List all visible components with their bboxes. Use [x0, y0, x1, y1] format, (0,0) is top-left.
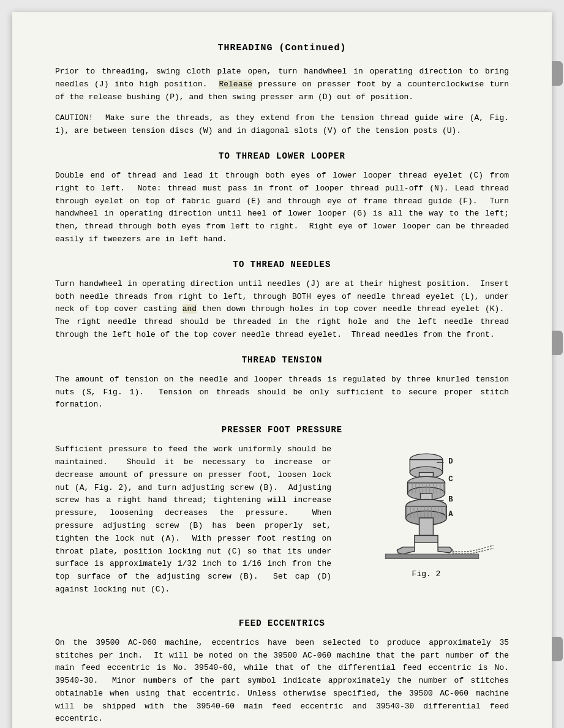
intro-paragraph: Prior to threading, swing cloth plate op…	[55, 66, 509, 103]
page-content: THREADING (Continued) Prior to threading…	[55, 43, 509, 728]
svg-rect-45	[385, 554, 478, 559]
highlight-release: Release	[219, 80, 252, 89]
highlight-and: and	[182, 304, 197, 313]
svg-text:B: B	[448, 495, 453, 504]
feed-eccentrics-paragraph: On the 39500 AC-060 machine, eccentrics …	[55, 637, 509, 726]
caution-paragraph: CAUTION! Make sure the threads, as they …	[55, 112, 509, 138]
presser-foot-paragraph: Sufficient pressure to feed the work uni…	[55, 443, 331, 596]
figure-2-svg: D C	[347, 443, 506, 566]
presser-foot-title: PRESSER FOOT PRESSURE	[55, 425, 509, 435]
svg-rect-43	[419, 518, 434, 536]
feed-eccentrics-title: FEED ECCENTRICS	[55, 618, 509, 628]
presser-foot-text-col: Sufficient pressure to feed the work uni…	[55, 443, 331, 605]
section-needles-title: TO THREAD NEEDLES	[55, 260, 509, 269]
figure-2-box: D C	[344, 443, 509, 579]
page: THREADING (Continued) Prior to threading…	[12, 12, 552, 728]
thread-tension-paragraph: The amount of tension on the needle and …	[55, 373, 509, 411]
svg-rect-44	[415, 536, 438, 542]
svg-text:D: D	[448, 457, 453, 466]
presser-foot-section: Sufficient pressure to feed the work uni…	[55, 443, 509, 605]
svg-text:C: C	[448, 475, 453, 484]
thread-tension-title: THREAD TENSION	[55, 355, 509, 365]
svg-text:A: A	[448, 510, 453, 519]
thumb-tab-1	[552, 61, 563, 86]
section-lower-looper-title: TO THREAD LOWER LOOPER	[55, 151, 509, 161]
page-title: THREADING (Continued)	[55, 43, 509, 53]
lower-looper-paragraph: Double end of thread and lead it through…	[55, 170, 509, 246]
needles-paragraph: Turn handwheel in operating direction un…	[55, 278, 509, 342]
thumb-tab-3	[552, 637, 563, 661]
presser-foot-image-col: D C	[344, 443, 509, 579]
thumb-tab-2	[552, 331, 563, 355]
fig-2-caption: Fig. 2	[412, 569, 441, 579]
